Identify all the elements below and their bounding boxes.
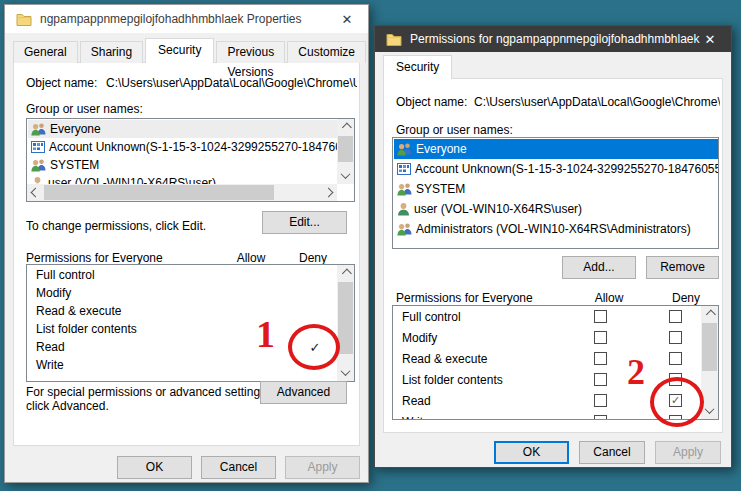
list-item-administrators[interactable]: Administrators (VOL-WIN10-X64RS\Administ…	[394, 219, 719, 239]
scroll-right-icon[interactable]	[320, 184, 337, 201]
group-users-icon	[397, 222, 412, 236]
tab-previous-versions[interactable]: Previous Versions	[216, 41, 285, 63]
add-button[interactable]: Add...	[562, 256, 636, 279]
permission-row-read-execute[interactable]: Read & execute	[28, 302, 338, 320]
tab-strip: General Sharing Security Previous Versio…	[13, 39, 368, 63]
annotation-step-2: 2	[627, 351, 645, 393]
permission-row-modify[interactable]: Modify	[28, 284, 338, 302]
list-item-everyone[interactable]: Everyone	[394, 139, 719, 159]
permission-row-read-execute: Read & execute	[394, 349, 702, 370]
vertical-scrollbar[interactable]	[337, 119, 354, 184]
group-names-list: Everyone Account Unknown(S-1-15-3-1024-3…	[26, 118, 355, 202]
object-name-label: Object name:	[26, 76, 97, 90]
titlebar[interactable]: Permissions for ngpampappnmepgilojfohadh…	[375, 26, 731, 52]
ok-button[interactable]: OK	[494, 441, 569, 464]
tab-sharing[interactable]: Sharing	[80, 41, 143, 63]
edit-button[interactable]: Edit...	[262, 211, 347, 234]
object-name-label: Object name:	[396, 95, 467, 109]
account-unknown-icon	[31, 141, 45, 153]
group-users-icon	[31, 158, 46, 172]
scroll-down-icon[interactable]	[337, 364, 354, 381]
object-name-value: C:\Users\user\AppData\Local\Google\Chrom…	[474, 95, 720, 109]
list-item-system[interactable]: SYSTEM	[28, 156, 338, 174]
allow-checkbox[interactable]	[594, 331, 607, 344]
permissions-header: Permissions for Everyone	[396, 291, 533, 305]
allow-checkbox[interactable]	[594, 415, 607, 420]
allow-checkbox[interactable]	[594, 394, 607, 407]
folder-icon	[16, 13, 32, 26]
cancel-button[interactable]: Cancel	[579, 441, 645, 464]
deny-checkbox[interactable]	[669, 310, 682, 323]
group-users-icon	[397, 142, 412, 156]
advanced-hint-line2: click Advanced.	[26, 399, 109, 413]
security-tab-page: Object name: C:\Users\user\AppData\Local…	[13, 62, 360, 446]
tab-security[interactable]: Security	[383, 55, 452, 79]
advanced-button[interactable]: Advanced	[260, 381, 347, 404]
list-item-account-unknown[interactable]: Account Unknown(S-1-15-3-1024-3299255270…	[28, 138, 338, 156]
allow-column-header: Allow	[584, 291, 634, 305]
annotation-circle-2	[650, 377, 704, 427]
deny-column-header: Deny	[290, 251, 336, 265]
horizontal-scrollbar[interactable]	[27, 184, 337, 201]
list-item-everyone[interactable]: Everyone	[28, 120, 338, 138]
folder-icon	[386, 33, 402, 46]
scroll-up-icon[interactable]	[701, 306, 718, 323]
permission-row-full-control: Full control	[394, 307, 702, 328]
titlebar[interactable]: ngpampappnmepgilojfohadhhmbhlaek Propert…	[5, 5, 368, 33]
allow-checkbox[interactable]	[594, 310, 607, 323]
vertical-scrollbar[interactable]	[337, 265, 354, 381]
permissions-header: Permissions for Everyone	[26, 251, 163, 265]
group-names-label: Group or user names:	[26, 102, 143, 116]
list-item-system[interactable]: SYSTEM	[394, 179, 719, 199]
apply-button: Apply	[655, 441, 721, 464]
cancel-button[interactable]: Cancel	[201, 456, 276, 479]
tab-strip: Security	[383, 56, 454, 79]
group-names-label: Group or user names:	[396, 123, 513, 137]
annotation-circle-1	[288, 324, 340, 370]
annotation-step-1: 1	[256, 312, 275, 356]
scroll-up-icon[interactable]	[337, 265, 354, 282]
group-users-icon	[31, 122, 46, 136]
properties-dialog: ngpampappnmepgilojfohadhhmbhlaek Propert…	[4, 4, 369, 483]
permission-row-modify: Modify	[394, 328, 702, 349]
scroll-left-icon[interactable]	[27, 184, 44, 201]
allow-checkbox[interactable]	[594, 373, 607, 386]
list-item-user[interactable]: user (VOL-WIN10-X64RS\user)	[394, 199, 719, 219]
deny-checkbox[interactable]	[669, 352, 682, 365]
scroll-up-icon[interactable]	[337, 119, 354, 136]
deny-checkbox[interactable]	[669, 331, 682, 344]
allow-column-header: Allow	[226, 251, 276, 265]
dialog-buttons: OK Cancel Apply	[5, 456, 360, 479]
window-title: ngpampappnmepgilojfohadhhmbhlaek Propert…	[40, 12, 302, 26]
tab-customize[interactable]: Customize	[287, 41, 366, 63]
tab-security[interactable]: Security	[145, 38, 214, 63]
tab-general[interactable]: General	[13, 41, 78, 63]
dialog-buttons: OK Cancel Apply	[375, 441, 721, 464]
scroll-down-icon[interactable]	[337, 167, 354, 184]
remove-button[interactable]: Remove	[646, 256, 719, 279]
advanced-hint-line1: For special permissions or advanced sett…	[26, 385, 269, 399]
close-icon[interactable]: ✕	[326, 5, 368, 33]
deny-column-header: Deny	[661, 291, 711, 305]
allow-checkbox[interactable]	[594, 352, 607, 365]
edit-hint: To change permissions, click Edit.	[26, 219, 206, 233]
window-title: Permissions for ngpampappnmepgilojfohadh…	[410, 32, 700, 46]
permission-row-full-control[interactable]: Full control	[28, 266, 338, 284]
list-item-account-unknown[interactable]: Account Unknown(S-1-15-3-1024-3299255270…	[394, 159, 719, 179]
apply-button: Apply	[285, 456, 360, 479]
ok-button[interactable]: OK	[117, 456, 192, 479]
account-unknown-icon	[397, 163, 411, 175]
group-names-list: Everyone Account Unknown(S-1-15-3-1024-3…	[392, 137, 719, 249]
group-users-icon	[397, 182, 412, 196]
close-icon[interactable]: ✕	[689, 26, 731, 52]
user-icon	[397, 202, 410, 216]
